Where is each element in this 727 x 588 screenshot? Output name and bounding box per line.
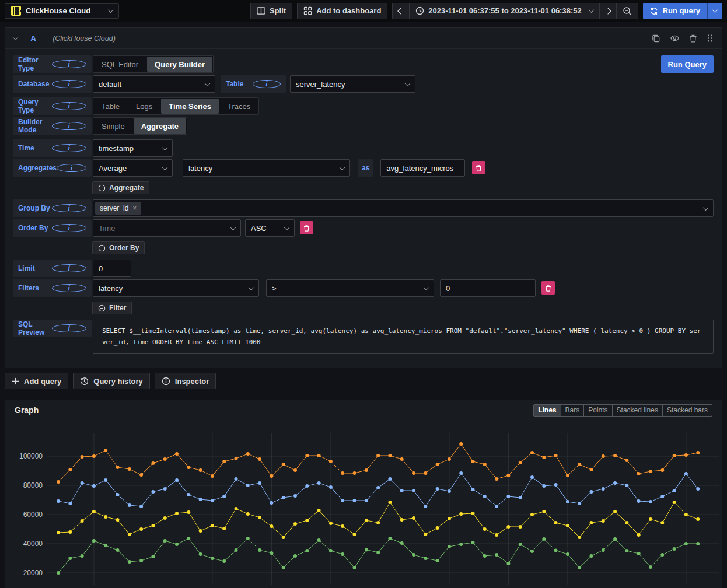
copy-icon[interactable] [652,34,660,43]
chart-point [329,485,333,489]
info-icon[interactable]: i [253,80,281,88]
time-range-picker[interactable]: 2023-11-01 06:37:55 to 2023-11-01 06:38:… [409,3,599,19]
chart-point [448,545,451,548]
group-by-tag-label: server_id [100,204,128,212]
chart-point [483,554,487,558]
plus-circle-icon [98,244,106,252]
query-type-logs[interactable]: Logs [128,98,160,114]
order-by-field-select[interactable]: Time [93,219,241,237]
add-aggregate-button[interactable]: Aggregate [92,181,149,194]
query-type-time-series[interactable]: Time Series [161,99,219,114]
filter-operator-select[interactable]: > [266,279,434,297]
chart-point [116,493,120,496]
limit-input[interactable]: 0 [93,260,131,277]
group-by-multiselect[interactable]: server_id× [93,200,714,217]
trash-icon[interactable] [689,34,697,43]
drag-handle-icon[interactable] [707,34,714,43]
database-select[interactable]: default [93,75,215,93]
panel-run-query-button[interactable]: Run Query [661,55,714,73]
filter-value-input[interactable]: 0 [440,279,536,297]
chart-point [341,499,344,502]
chart-point [412,471,415,475]
info-icon[interactable]: i [52,102,87,110]
chart-point [554,483,558,487]
time-forward-button[interactable] [599,3,616,19]
eye-icon[interactable] [670,34,680,43]
split-button[interactable]: Split [250,3,292,19]
inspector-label: Inspector [175,377,209,386]
chart-point [116,548,120,552]
remove-tag-icon[interactable]: × [132,204,137,212]
chart-point [519,542,522,546]
editor-type-query-builder[interactable]: Query Builder [147,57,212,72]
aggregate-column-select[interactable]: latency [183,159,350,177]
chart-point [388,477,392,481]
chart-point [578,502,581,505]
info-icon[interactable]: i [52,122,87,130]
add-query-label: Add query [24,377,61,386]
table-select[interactable]: server_latency [290,75,415,93]
chart-point [566,524,569,527]
as-chip: as [358,159,373,177]
run-query-button[interactable]: Run query [643,3,707,19]
info-icon[interactable]: i [52,224,87,232]
add-filter-label: Filter [109,304,126,312]
group-by-tag[interactable]: server_id× [95,202,141,215]
info-icon[interactable]: i [52,204,87,212]
query-history-button[interactable]: Query history [73,373,150,389]
order-by-direction-select[interactable]: ASC [245,219,295,237]
chevron-right-icon [604,8,611,14]
chart-point [673,489,676,492]
info-icon[interactable]: i [52,264,87,272]
aggregate-function-select[interactable]: Average [93,159,173,177]
editor-type-sql-editor[interactable]: SQL Editor [93,56,146,72]
run-query-dropdown[interactable] [707,3,722,19]
chart-point [92,454,96,458]
remove-order-by-button[interactable] [300,221,313,235]
chart-point [436,487,439,491]
collapse-query-icon[interactable] [13,34,19,40]
chart-point [519,461,522,464]
builder-mode-simple[interactable]: Simple [93,118,133,134]
datasource-picker[interactable]: ClickHouse Cloud [5,4,119,19]
aggregates-label: Aggregatesi [13,159,92,177]
info-icon[interactable]: i [52,80,87,88]
info-icon[interactable]: i [52,60,87,68]
remove-filter-button[interactable] [541,281,555,295]
zoom-out-button[interactable] [616,3,638,19]
query-type-table[interactable]: Table [93,98,128,114]
chart-point [92,510,96,513]
query-type-traces[interactable]: Traces [219,98,258,114]
add-aggregate-label: Aggregate [109,184,144,192]
chart-point [305,519,309,522]
add-query-button[interactable]: Add query [5,373,68,389]
chart-point [365,519,368,522]
editor-type-toggle: SQL Editor Query Builder [93,55,214,73]
info-icon[interactable]: i [52,284,87,292]
remove-aggregate-button[interactable] [472,161,485,174]
chart-point [495,477,498,481]
filter-field-select[interactable]: latency [93,279,259,297]
aggregate-alias-input[interactable]: avg_latency_micros [380,159,465,177]
chart-point [317,538,321,542]
limit-label: Limiti [13,260,92,277]
chart-point [151,524,155,527]
chart-point [163,487,167,491]
info-icon[interactable]: i [52,144,87,152]
add-order-by-button[interactable]: Order By [92,242,145,254]
chart-point [57,480,60,484]
add-to-dashboard-button[interactable]: Add to dashboard [297,3,387,19]
chart-point [637,499,641,503]
add-filter-button[interactable]: Filter [92,302,132,314]
time-column-select[interactable]: timestamp [93,139,173,157]
chart-point [163,516,167,520]
info-icon[interactable]: i [57,164,86,172]
builder-mode-aggregate[interactable]: Aggregate [134,118,186,134]
chart-point [625,459,628,462]
chart-point [660,553,664,556]
time-back-button[interactable] [392,3,409,19]
chart-point [116,466,120,469]
inspector-button[interactable]: Inspector [155,373,216,389]
info-circle-icon [162,377,170,386]
info-icon[interactable]: i [52,324,87,332]
